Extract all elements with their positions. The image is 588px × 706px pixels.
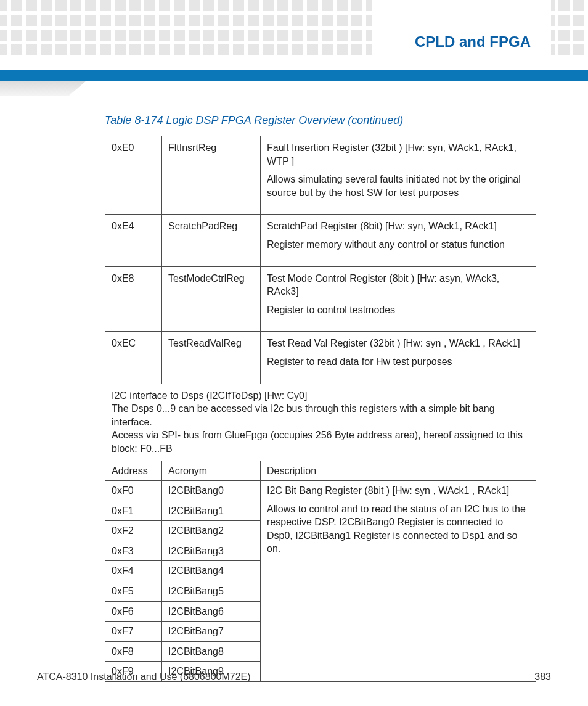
register-table: 0xE0FltInsrtRegFault Insertion Register … [105, 136, 536, 682]
table-row: 0xE8TestModeCtrlRegTest Mode Control Reg… [105, 266, 536, 332]
section-note: I2C interface to Dsps (I2CIfToDsp) [Hw: … [105, 384, 536, 461]
table-row: 0xE4ScratchPadRegScratchPad Register (8b… [105, 215, 536, 266]
cell-acronym: FltInsrtReg [162, 136, 261, 215]
cell-description: Test Read Val Register (32bit ) [Hw: syn… [261, 332, 536, 384]
cell-address: 0xF0 [105, 481, 162, 501]
cell-address: 0xF3 [105, 541, 162, 561]
cell-acronym: TestModeCtrlReg [162, 266, 261, 332]
cell-description: Fault Insertion Register (32bit ) [Hw: s… [261, 136, 536, 215]
header-grey-wedge [0, 81, 86, 96]
col-header-acronym: Acronym [162, 461, 261, 481]
cell-description: ScratchPad Register (8bit) [Hw: syn, WAc… [261, 215, 536, 266]
cell-acronym: TestReadValReg [162, 332, 261, 384]
cell-address: 0xE0 [105, 136, 162, 215]
table-row: 0xECTestReadValRegTest Read Val Register… [105, 332, 536, 384]
section-title: CPLD and FPGA [404, 30, 542, 54]
cell-acronym: I2CBitBang6 [162, 601, 261, 622]
table-row: 0xF0I2CBitBang0I2C Bit Bang Register (8b… [105, 481, 536, 501]
cell-address: 0xF7 [105, 622, 162, 642]
cell-address: 0xF8 [105, 641, 162, 662]
cell-description-merged: I2C Bit Bang Register (8bit ) [Hw: syn ,… [261, 481, 536, 682]
cell-acronym: I2CBitBang5 [162, 581, 261, 602]
col-header-address: Address [105, 461, 162, 481]
cell-acronym: ScratchPadReg [162, 215, 261, 266]
cell-acronym: I2CBitBang2 [162, 521, 261, 541]
cell-acronym: I2CBitBang3 [162, 541, 261, 561]
table-row: 0xE0FltInsrtRegFault Insertion Register … [105, 136, 536, 215]
cell-address: 0xE4 [105, 215, 162, 266]
cell-address: 0xEC [105, 332, 162, 384]
header-blue-bar [0, 70, 588, 81]
cell-acronym: I2CBitBang1 [162, 501, 261, 521]
cell-description: Test Mode Control Register (8bit ) [Hw: … [261, 266, 536, 332]
cell-address: 0xF5 [105, 581, 162, 602]
col-header-description: Description [261, 461, 536, 481]
cell-address: 0xE8 [105, 266, 162, 332]
footer-doc-title: ATCA-8310 Installation and Use (6806800M… [37, 671, 251, 683]
cell-address: 0xF4 [105, 561, 162, 581]
cell-acronym: I2CBitBang0 [162, 481, 261, 501]
table-caption: Table 8-174 Logic DSP FPGA Register Over… [105, 114, 536, 127]
footer-page-number: 383 [534, 671, 551, 683]
cell-acronym: I2CBitBang4 [162, 561, 261, 581]
cell-address: 0xF6 [105, 601, 162, 622]
cell-address: 0xF1 [105, 501, 162, 521]
cell-acronym: I2CBitBang7 [162, 622, 261, 642]
cell-acronym: I2CBitBang8 [162, 641, 261, 662]
cell-address: 0xF2 [105, 521, 162, 541]
